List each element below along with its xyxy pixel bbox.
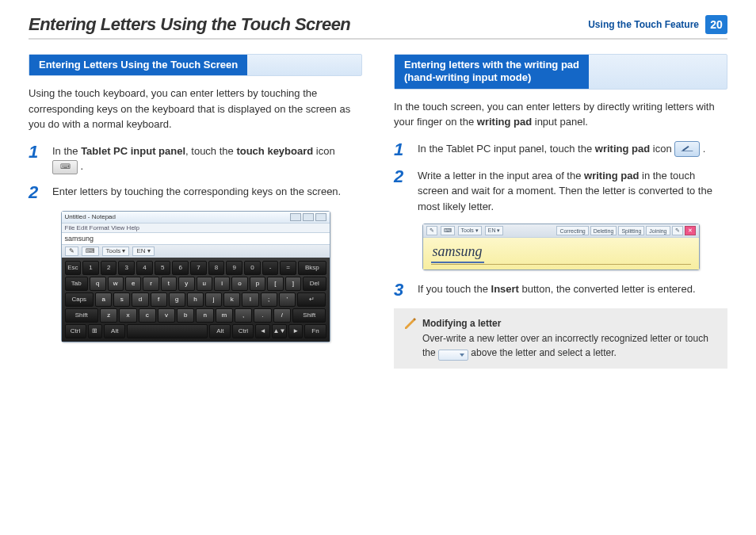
notepad-titlebar: Untitled - Notepad (62, 212, 330, 224)
keyboard-key: h (187, 292, 204, 307)
chapter-label: Using the Touch Feature (588, 19, 699, 30)
keyboard-key: Fn (304, 324, 326, 338)
bold-text: writing pad (584, 170, 639, 182)
close-icon: ✕ (685, 226, 696, 235)
keyboard-key: 5 (155, 261, 171, 275)
keyboard-key: [ (267, 277, 283, 291)
toolbar-keyboard-icon: ⌨ (441, 226, 455, 235)
keyboard-key: 6 (172, 261, 189, 275)
bold-text: Tablet PC input panel (81, 145, 185, 157)
keyboard-key: 7 (190, 261, 207, 275)
toolbar-keyboard-icon: ⌨ (82, 246, 99, 256)
left-section-title: Entering Letters Using the Touch Screen (29, 55, 247, 75)
text: If you touch the (418, 283, 491, 295)
step-number: 1 (29, 143, 44, 174)
text: . (78, 160, 83, 172)
action-deleting: Deleting (590, 226, 617, 235)
touch-keyboard-icon: ⌨ (52, 160, 78, 174)
keyboard-key: Esc (65, 261, 82, 275)
keyboard-key: 9 (226, 261, 242, 275)
keyboard-key: u (197, 277, 212, 291)
keyboard-key: f (151, 292, 167, 307)
toolbar-handwriting-icon: ✎ (65, 246, 78, 256)
keyboard-key: j (205, 292, 222, 307)
right-step-2: 2 Write a letter in the input area of th… (394, 168, 727, 215)
keyboard-key: = (280, 261, 296, 275)
keyboard-key: x (119, 308, 136, 323)
keyboard-key: w (108, 277, 124, 291)
right-intro: In the touch screen, you can enter lette… (394, 99, 727, 130)
keyboard-key: s (113, 292, 130, 307)
keyboard-key: ] (285, 277, 301, 291)
keyboard-key (127, 324, 208, 338)
keyboard-key: / (273, 308, 291, 323)
window-controls (290, 213, 326, 221)
writing-pad-area: samsung (423, 238, 699, 269)
step-body: Write a letter in the input area of the … (418, 168, 727, 215)
bold-text: Insert (491, 283, 519, 295)
note-icon (403, 316, 416, 329)
keyboard-key: n (196, 308, 213, 323)
keyboard-key: Caps (65, 292, 94, 307)
keyboard-key: Tab (65, 277, 89, 291)
step-number: 1 (394, 141, 410, 159)
right-column: Entering letters with the writing pad (h… (394, 54, 727, 369)
keyboard-key: l (242, 292, 258, 307)
keyboard-key: 1 (82, 261, 99, 275)
toolbar-lang: EN ▾ (132, 246, 154, 256)
keyboard-key: r (143, 277, 158, 291)
keyboard-key: 3 (118, 261, 135, 275)
keyboard-key: b (177, 308, 194, 323)
step-number: 3 (394, 281, 410, 299)
keyboard-key: d (132, 292, 148, 307)
keyboard-key: ↵ (297, 292, 326, 307)
right-step-1: 1 In the Tablet PC input panel, touch th… (394, 141, 727, 159)
keyboard-key: c (139, 308, 156, 323)
step-body: In the Tablet PC input panel, touch the … (418, 141, 727, 159)
step-number: 2 (29, 184, 44, 201)
toolbar-tools: Tools ▾ (102, 246, 130, 256)
keyboard-key: ◄ (255, 324, 270, 338)
text: button, the converted letter is entered. (519, 283, 696, 295)
step-body: In the Tablet PC input panel, touch the … (52, 143, 362, 174)
keyboard-key: Shift (65, 308, 99, 323)
keyboard-key: m (216, 308, 233, 323)
keyboard-key: ' (279, 292, 296, 307)
action-joining: Joining (646, 226, 670, 235)
bold-text: writing pad (477, 116, 532, 128)
onscreen-keyboard-illustration: Untitled - Notepad File Edit Format View… (61, 211, 330, 342)
keyboard-key: ▲▼ (272, 324, 287, 338)
keyboard-key: Alt (104, 324, 125, 338)
action-correcting: Correcting (556, 226, 588, 235)
keyboard-key: 0 (244, 261, 261, 275)
keyboard-key: 8 (208, 261, 225, 275)
left-step-1: 1 In the Tablet PC input panel, touch th… (29, 143, 362, 174)
keyboard-key: z (100, 308, 117, 323)
text: Write a letter in the input area of the (418, 170, 584, 182)
text: In the Tablet PC input panel, touch the (418, 143, 595, 155)
note-body: Modifying a letter Over-write a new lett… (422, 316, 718, 361)
left-section-header: Entering Letters Using the Touch Screen (29, 54, 362, 76)
keyboard-key: a (95, 292, 112, 307)
keyboard-key: q (90, 277, 105, 291)
toolbar-tools: Tools ▾ (458, 226, 482, 235)
left-column: Entering Letters Using the Touch Screen … (29, 54, 362, 369)
page-title: Entering Letters Using the Touch Screen (29, 14, 350, 35)
page-number-badge: 20 (705, 15, 727, 34)
right-section-header: Entering letters with the writing pad (h… (394, 54, 727, 90)
keyboard-toolbar: ✎ ⌨ Tools ▾ EN ▾ (62, 245, 330, 258)
notepad-title: Untitled - Notepad (65, 213, 116, 220)
bold-text: touch keyboard (236, 145, 313, 157)
left-step-2: 2 Enter letters by touching the correspo… (29, 184, 362, 201)
writing-pad-icon (674, 141, 700, 157)
keyboard-key: Del (303, 277, 326, 291)
keyboard-key: v (158, 308, 175, 323)
right-step-3: 3 If you touch the Insert button, the co… (394, 281, 727, 299)
notepad-menu: File Edit Format View Help (62, 224, 330, 233)
toolbar-tool-icon: ✎ (672, 226, 683, 235)
left-intro: Using the touch keyboard, you can enter … (29, 86, 362, 132)
keyboard-key: o (231, 277, 247, 291)
step-number: 2 (394, 168, 410, 215)
letter-dropdown-icon (438, 350, 468, 361)
keyboard-key: 2 (101, 261, 117, 275)
